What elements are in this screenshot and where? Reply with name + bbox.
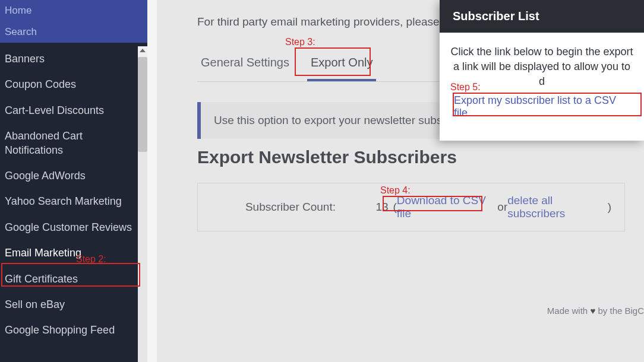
footer-text-2: by the BigC xyxy=(595,306,644,316)
sidebar-item-abandoned-cart[interactable]: Abandoned Cart Notifications xyxy=(0,123,147,163)
export-row: Subscriber Count: 13 ( Download to CSV f… xyxy=(197,183,625,231)
nav-home[interactable]: Home xyxy=(0,0,147,21)
nav-search[interactable]: Search xyxy=(0,21,147,43)
tab-general-settings[interactable]: General Settings xyxy=(197,51,293,81)
or-text: or xyxy=(497,201,507,214)
sidebar-item-google-adwords[interactable]: Google AdWords xyxy=(0,163,147,189)
footer-text: Made with xyxy=(547,306,591,316)
sidebar-item-google-shopping-feed[interactable]: Google Shopping Feed xyxy=(0,317,147,343)
subscriber-count-value: 13 xyxy=(353,201,393,214)
sidebar-item-cart-level-discounts[interactable]: Cart-Level Discounts xyxy=(0,98,147,123)
section-title: Export Newsletter Subscribers xyxy=(197,147,457,167)
sidebar-item-email-marketing[interactable]: Email Marketing xyxy=(0,240,147,266)
download-csv-link[interactable]: Download to CSV file xyxy=(397,194,497,220)
sidebar-item-google-customer-reviews[interactable]: Google Customer Reviews xyxy=(0,215,147,240)
sidebar-item-coupon-codes[interactable]: Coupon Codes xyxy=(0,72,147,97)
chevron-up-icon xyxy=(140,49,146,52)
delete-all-subscribers-link[interactable]: delete all subscribers xyxy=(507,194,607,220)
subscriber-count-label: Subscriber Count: xyxy=(211,201,353,214)
sidebar: Home Search Banners Coupon Codes Cart-Le… xyxy=(0,0,147,362)
subscriber-list-panel: Subscriber List Click the link below to … xyxy=(440,0,644,141)
heart-icon: ♥ xyxy=(590,306,595,316)
sidebar-item-banners[interactable]: Banners xyxy=(0,46,147,72)
scrollbar-up-button[interactable] xyxy=(138,46,147,57)
sidebar-top: Home Search xyxy=(0,0,147,43)
panel-title: Subscriber List xyxy=(440,0,644,33)
sidebar-item-yahoo-search-marketing[interactable]: Yahoo Search Marketing xyxy=(0,189,147,214)
scrollbar-thumb[interactable] xyxy=(138,57,147,152)
sidebar-item-gift-certificates[interactable]: Gift Certificates xyxy=(0,266,147,292)
paren-close: ) xyxy=(608,201,611,214)
annotation-step2-label: Step 2: xyxy=(76,254,106,265)
annotation-step4-label: Step 4: xyxy=(380,185,411,196)
sidebar-scrollbar[interactable] xyxy=(138,46,147,362)
sidebar-menu: Banners Coupon Codes Cart-Level Discount… xyxy=(0,43,147,344)
sidebar-item-sell-on-ebay[interactable]: Sell on eBay xyxy=(0,292,147,317)
export-csv-link[interactable]: Export my subscriber list to a CSV file xyxy=(450,90,633,124)
annotation-step3-label: Step 3: xyxy=(285,37,315,47)
footer: Made with ♥ by the BigC xyxy=(547,306,644,316)
provider-note: For third party email marketing provider… xyxy=(197,15,456,28)
annotation-step5-label: Step 5: xyxy=(450,82,481,93)
tab-export-only[interactable]: Export Only xyxy=(307,51,376,81)
